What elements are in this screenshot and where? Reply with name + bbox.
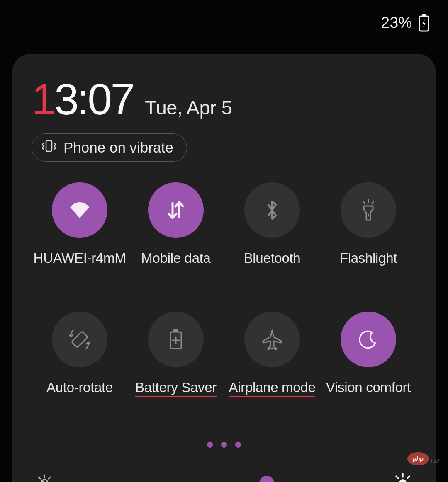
mobile-data-icon bbox=[166, 199, 186, 221]
clock-date[interactable]: Tue, Apr 5 bbox=[145, 96, 232, 119]
tile-vision-comfort-circle bbox=[341, 312, 396, 367]
tile-flashlight-label: Flashlight bbox=[340, 250, 397, 266]
clock-leading-digit: 1 bbox=[32, 75, 54, 124]
svg-line-17 bbox=[39, 477, 40, 479]
tile-battery-saver-circle bbox=[148, 312, 204, 367]
tile-mobile-data-circle bbox=[148, 182, 204, 238]
svg-rect-7 bbox=[71, 331, 88, 348]
tile-auto-rotate-circle bbox=[52, 312, 107, 367]
tile-airplane-mode-label: Airplane mode bbox=[229, 380, 316, 397]
auto-rotate-icon bbox=[68, 328, 91, 351]
battery-charging-icon bbox=[418, 14, 430, 32]
tile-airplane-mode-circle bbox=[244, 312, 300, 367]
flashlight-icon bbox=[359, 199, 378, 222]
status-bar: 23% bbox=[0, 0, 448, 46]
ringer-mode-label: Phone on vibrate bbox=[63, 139, 173, 156]
tile-vision-comfort[interactable]: Vision comfort bbox=[320, 312, 416, 397]
tile-wifi[interactable]: HUAWEI-r4mM bbox=[32, 182, 128, 266]
svg-line-5 bbox=[372, 201, 374, 203]
brightness-slider-thumb[interactable] bbox=[259, 476, 274, 482]
quick-settings-panel: 13:07 Tue, Apr 5 Phone on vibrate HUAW bbox=[12, 54, 436, 482]
clock-time[interactable]: 13:07 bbox=[32, 77, 133, 121]
brightness-row bbox=[32, 472, 416, 482]
tile-bluetooth-circle bbox=[244, 182, 300, 238]
tile-flashlight-circle bbox=[341, 182, 396, 238]
brightness-low-icon[interactable] bbox=[35, 473, 54, 482]
svg-line-4 bbox=[363, 201, 365, 203]
brightness-high-icon[interactable] bbox=[392, 472, 413, 482]
wifi-icon bbox=[68, 201, 92, 220]
ringer-mode-chip[interactable]: Phone on vibrate bbox=[32, 133, 187, 162]
svg-line-26 bbox=[396, 476, 398, 478]
page-dot-1 bbox=[207, 442, 213, 448]
airplane-icon bbox=[261, 329, 283, 350]
svg-line-28 bbox=[407, 476, 409, 478]
svg-line-19 bbox=[49, 477, 50, 479]
tile-bluetooth-label: Bluetooth bbox=[244, 250, 301, 266]
moon-icon bbox=[358, 329, 379, 350]
battery-saver-icon bbox=[169, 329, 183, 350]
tile-mobile-data[interactable]: Mobile data bbox=[128, 182, 224, 266]
tile-auto-rotate[interactable]: Auto-rotate bbox=[32, 312, 128, 397]
quick-tiles-grid: HUAWEI-r4mM Mobile data bbox=[32, 182, 416, 397]
clock-row: 13:07 Tue, Apr 5 bbox=[32, 77, 416, 121]
tile-battery-saver[interactable]: Battery Saver bbox=[128, 312, 224, 397]
page-dot-2 bbox=[221, 442, 227, 448]
vibrate-icon bbox=[41, 139, 57, 156]
tile-vision-comfort-label: Vision comfort bbox=[326, 380, 411, 395]
tile-flashlight[interactable]: Flashlight bbox=[320, 182, 416, 266]
bluetooth-icon bbox=[265, 199, 280, 221]
svg-point-21 bbox=[399, 479, 407, 482]
svg-rect-2 bbox=[46, 140, 52, 151]
battery-percent: 23% bbox=[381, 14, 412, 31]
svg-rect-9 bbox=[173, 329, 178, 332]
tile-wifi-label: HUAWEI-r4mM bbox=[34, 250, 126, 266]
clock-rest: 3:07 bbox=[54, 75, 133, 124]
tile-mobile-data-label: Mobile data bbox=[141, 250, 210, 266]
tile-bluetooth[interactable]: Bluetooth bbox=[224, 182, 320, 266]
tile-auto-rotate-label: Auto-rotate bbox=[46, 380, 113, 395]
tile-airplane-mode[interactable]: Airplane mode bbox=[224, 312, 320, 397]
page-dot-3 bbox=[235, 442, 241, 448]
tile-wifi-circle bbox=[52, 182, 107, 238]
svg-rect-1 bbox=[422, 14, 426, 16]
pagination-dots[interactable] bbox=[32, 442, 416, 448]
tile-battery-saver-label: Battery Saver bbox=[135, 380, 217, 397]
